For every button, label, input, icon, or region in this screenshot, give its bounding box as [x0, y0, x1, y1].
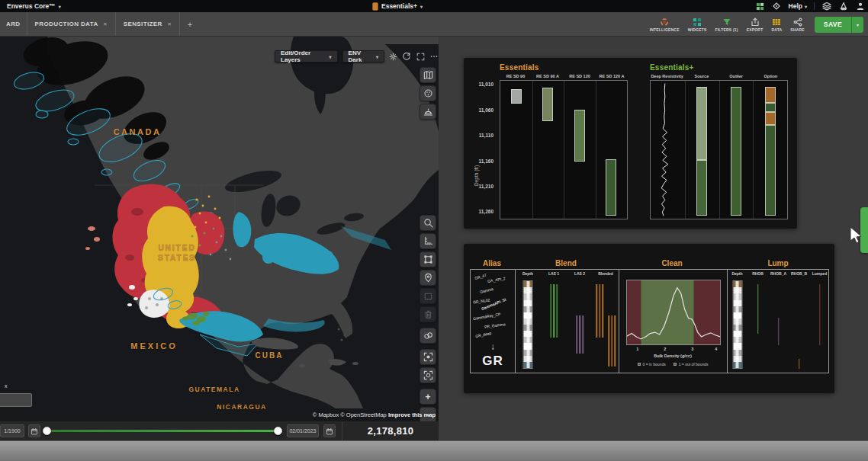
more-options-icon[interactable] [429, 52, 439, 62]
intelligence-icon [660, 18, 669, 27]
log-track-plot[interactable] [500, 80, 628, 219]
tool-label: SHARE [790, 27, 805, 32]
density-histogram[interactable] [626, 280, 721, 345]
legend-close-fragment[interactable]: x [5, 383, 8, 389]
brand-label: Enverus Core™ [7, 2, 56, 10]
blend-track[interactable] [515, 280, 619, 370]
improve-map-link[interactable]: Improve this map [388, 411, 436, 418]
zoom-to-selection-icon[interactable] [420, 349, 436, 365]
tool-label: FILTERS (1) [715, 27, 738, 32]
legend-label: 0 = in bounds [643, 362, 666, 367]
curve-segment-line [819, 284, 821, 345]
tab-sensitizer[interactable]: SENSITIZER × [116, 12, 180, 36]
map-label-cuba: CUBA [256, 351, 284, 360]
alias-input-curve: Gamma [480, 287, 494, 294]
strip-highlight [736, 281, 739, 368]
zoom-in-button[interactable]: + [420, 389, 436, 405]
app-selector[interactable]: Essentials+ ▾ [372, 0, 423, 12]
end-calendar-button[interactable] [323, 424, 336, 437]
map-legend-icon[interactable] [420, 67, 436, 83]
chevron-down-icon: ▾ [420, 4, 423, 9]
depth-interval-bar[interactable] [511, 89, 522, 104]
track-column-header: RE SD 120 A [596, 74, 628, 78]
column-separator [596, 81, 596, 219]
lasso-link-icon[interactable] [420, 328, 436, 344]
curve-workflow-panel: Alias Blend Clean Lump ↓ GR GR_47GA_API_… [464, 244, 834, 393]
track-column-header: Option [754, 74, 788, 78]
blend-section-title: Blend [555, 259, 577, 267]
slider-handle-start[interactable] [43, 427, 51, 435]
depth-interval-bar[interactable] [542, 88, 553, 121]
depth-interval-bar[interactable] [574, 110, 585, 161]
start-calendar-button[interactable] [28, 424, 40, 437]
basemap-label: ENV Dark [349, 50, 372, 63]
export-button[interactable]: EXPORT [747, 18, 764, 32]
track-column-header: RE SD 90 A [532, 74, 564, 78]
map-style-icon[interactable] [420, 85, 436, 101]
map-canvas[interactable]: CANADA UNITED STATES MEXICO CUBA GUATEMA… [0, 37, 439, 421]
slider-handle-end[interactable] [274, 427, 282, 435]
search-icon[interactable] [420, 215, 436, 231]
slider-track[interactable] [46, 430, 279, 432]
chevron-down-icon[interactable]: ▾ [851, 17, 863, 33]
mapbox-attribution-link[interactable]: © Mapbox [313, 411, 339, 418]
start-date-input[interactable]: 1/1900 [0, 424, 24, 437]
user-icon[interactable] [855, 2, 865, 11]
add-tab-button[interactable]: + [180, 12, 200, 36]
settings-gear-icon[interactable] [389, 52, 398, 62]
filter-funnel-icon [722, 18, 731, 27]
depth-tick-label: 11,010 [478, 82, 493, 87]
column-headers: RE SD 90RE SD 90 ARE SD 120RE SD 120 A [500, 74, 628, 80]
top-bar-actions: Help ▾ [755, 0, 865, 12]
help-menu[interactable]: Help ▾ [789, 2, 807, 10]
polygon-select-icon[interactable] [420, 251, 436, 267]
end-date-input[interactable]: 02/01/2023 [287, 424, 319, 437]
strip-highlight [526, 281, 529, 368]
cone-tool-icon[interactable] [838, 2, 848, 11]
tab-production-data[interactable]: PRODUCTION DATA × [27, 12, 116, 36]
filters-button[interactable]: FILTERS (1) [715, 18, 738, 32]
measure-ruler-icon[interactable] [420, 233, 436, 249]
alias-output-curve: GR [471, 354, 515, 369]
product-menu[interactable]: Enverus Core™ ▾ [0, 2, 61, 10]
map-panel: CANADA UNITED STATES MEXICO CUBA GUATEMA… [0, 37, 439, 421]
track-column-header: RHOB_A [768, 271, 789, 276]
target-icon[interactable] [772, 2, 782, 11]
close-icon[interactable]: × [104, 21, 108, 27]
zoom-to-extent-icon[interactable] [420, 367, 436, 383]
depth-interval-bar[interactable] [606, 159, 616, 216]
fullscreen-icon[interactable] [416, 52, 425, 62]
widgets-button[interactable]: WIDGETS [688, 18, 707, 32]
osm-attribution-link[interactable]: © OpenStreetMap [340, 411, 387, 418]
rigs-dome-icon[interactable] [420, 104, 436, 120]
curve-segment-line [576, 315, 577, 354]
layers-icon[interactable] [821, 2, 831, 11]
depth-tick-label: 11,060 [478, 107, 493, 112]
basemap-select[interactable]: ENV Dark ▾ [342, 50, 384, 62]
share-button[interactable]: SHARE [790, 18, 805, 32]
edit-order-layers-button[interactable]: Edit/Order Layers ▾ [275, 50, 338, 62]
expand-side-panel-tab[interactable] [860, 207, 868, 253]
blend-zone: DepthLAS 1LAS 2Blended [515, 270, 619, 373]
refresh-icon[interactable] [402, 52, 411, 62]
intelligence-button[interactable]: INTELLIGENCE [650, 18, 680, 32]
track-column-header: LAS 2 [567, 271, 593, 276]
location-pin-icon[interactable] [420, 270, 436, 286]
export-icon [751, 18, 760, 27]
well-count-container: 2,178,810 [342, 421, 439, 440]
chevron-down-icon: ▾ [330, 54, 332, 59]
apps-grid-icon[interactable] [755, 2, 765, 11]
essentials-plus-title: Essentials+ [650, 63, 694, 72]
alias-input-curve: PR_Gamma [484, 322, 506, 329]
save-button[interactable]: SAVE ▾ [815, 17, 863, 33]
date-range-slider[interactable] [43, 421, 282, 440]
close-icon[interactable]: × [168, 21, 172, 27]
tab-dashboard[interactable]: ARD [0, 12, 27, 36]
curve-segment-line [553, 284, 555, 338]
workspace-tab-bar: ARD PRODUCTION DATA × SENSITIZER × + INT… [0, 12, 868, 37]
depth-ticks: 11,01011,06011,11011,16011,21011,260 [464, 80, 497, 219]
lump-track[interactable] [727, 280, 830, 370]
data-button[interactable]: DATA [771, 18, 782, 32]
density-x-label: Bulk Density (g/cc) [619, 354, 727, 358]
log-track-plot[interactable] [650, 80, 788, 219]
